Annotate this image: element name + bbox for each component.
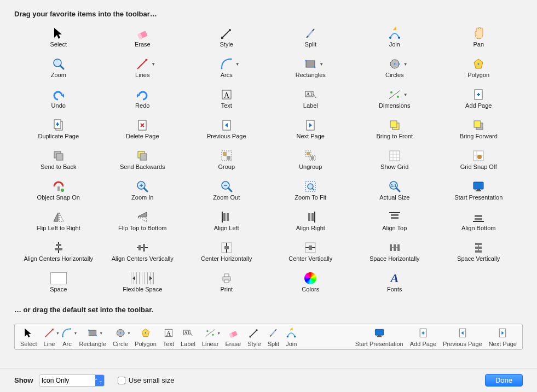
tool-add-page[interactable]: Add Page [437, 85, 521, 112]
label-icon [182, 327, 193, 338]
tool-label: Redo [135, 102, 149, 109]
default-toolbar-set[interactable]: Select▼Line▼Arc▼Rectangle▼CirclePolygonT… [14, 324, 523, 350]
tool-text[interactable]: Text [184, 85, 269, 112]
tool-align-top[interactable]: Align Top [353, 207, 437, 235]
tool-select[interactable]: Select [16, 24, 101, 51]
tool-align-bottom[interactable]: Align Bottom [437, 207, 521, 235]
tool-next-page[interactable]: Next Page [269, 115, 353, 143]
default-tool-rectangles[interactable]: ▼Rectangle [79, 326, 106, 347]
tool-align-right[interactable]: Align Right [269, 207, 353, 235]
tool-actual-size[interactable]: Actual Size [353, 177, 437, 204]
tool-label: Select [50, 41, 67, 48]
tool-dimensions[interactable]: ▼Dimensions [353, 85, 437, 112]
tool-label: Align Top [382, 225, 407, 231]
tool-label: Send Backwards [120, 163, 165, 170]
default-tool-next-page[interactable]: Next Page [489, 326, 517, 347]
use-small-size-option[interactable]: Use small size [118, 376, 175, 384]
default-tool-join[interactable]: Join [286, 326, 297, 347]
use-small-size-checkbox[interactable] [118, 377, 125, 384]
tool-flip-left-to-right[interactable]: Flip Left to Right [16, 207, 101, 235]
tool-duplicate-page[interactable]: Duplicate Page [16, 115, 101, 143]
tool-label: Align Bottom [461, 225, 495, 231]
default-tool-split[interactable]: Split [268, 326, 279, 347]
default-tool-add-page[interactable]: Add Page [410, 326, 436, 347]
tool-label: Colors [302, 286, 319, 292]
tool-fonts[interactable]: AFonts [353, 268, 437, 296]
tool-bring-forward[interactable]: Bring Forward [437, 115, 521, 143]
tool-label[interactable]: Label [269, 85, 353, 112]
tool-label: Previous Page [207, 133, 246, 139]
tool-flip-top-to-bottom[interactable]: Flip Top to Bottom [101, 207, 185, 235]
tool-label: Split [268, 341, 279, 347]
default-tool-label[interactable]: Label [181, 326, 195, 347]
tool-rectangles[interactable]: ▼Rectangles [269, 54, 353, 81]
tool-zoom-in[interactable]: Zoom In [101, 177, 185, 204]
tool-redo[interactable]: Redo [101, 85, 185, 112]
duplicate-page-icon [52, 119, 65, 132]
tool-start-presentation[interactable]: Start Presentation [437, 177, 521, 204]
default-tool-polygon[interactable]: Polygon [135, 326, 157, 347]
tool-align-centers-horizontally[interactable]: Align Centers Horizontally [16, 238, 101, 265]
tool-style[interactable]: Style [184, 24, 269, 51]
tool-grid-snap-off[interactable]: Grid Snap Off [437, 146, 521, 173]
default-tool-select[interactable]: Select [20, 326, 37, 347]
tool-send-to-back[interactable]: Send to Back [16, 146, 101, 173]
tool-join[interactable]: Join [353, 24, 437, 51]
tool-split[interactable]: Split [269, 24, 353, 51]
tool-label: Undo [51, 102, 66, 109]
tool-group[interactable]: Group [184, 146, 269, 173]
tool-previous-page[interactable]: Previous Page [184, 115, 269, 143]
tool-center-vertically[interactable]: Center Vertically [269, 238, 353, 265]
default-tool-erase[interactable]: Erase [226, 326, 241, 347]
tool-align-centers-vertically[interactable]: Align Centers Vertically [101, 238, 185, 265]
tool-lines[interactable]: ▼Lines [101, 54, 185, 81]
tool-label: Style [247, 341, 261, 347]
tool-center-horizontally[interactable]: Center Horizontally [184, 238, 269, 265]
align-right-icon [304, 210, 317, 224]
tool-object-snap-on[interactable]: Object Snap On [16, 177, 101, 204]
tool-pan[interactable]: Pan [437, 24, 521, 51]
tool-erase[interactable]: Erase [101, 24, 185, 51]
tool-colors[interactable]: Colors [269, 268, 353, 296]
dropdown-indicator-icon: ▼ [127, 331, 131, 335]
tool-send-backwards[interactable]: Send Backwards [101, 146, 185, 173]
tool-space-horizontally[interactable]: Space Horizontally [353, 238, 437, 265]
tool-label: Erase [226, 341, 241, 347]
tool-zoom-to-fit[interactable]: Zoom To Fit [269, 177, 353, 204]
tool-arcs[interactable]: ▼Arcs [184, 54, 269, 81]
default-tool-lines[interactable]: ▼Line [44, 326, 55, 347]
tool-circles[interactable]: ▼Circles [353, 54, 437, 81]
tool-label: Align Centers Horizontally [24, 255, 93, 262]
tool-show-grid[interactable]: Show Grid [353, 146, 437, 173]
default-tool-arcs[interactable]: ▼Arc [61, 326, 72, 347]
tool-undo[interactable]: Undo [16, 85, 101, 112]
tool-flexible-space[interactable]: Flexible Space [101, 268, 185, 296]
default-tool-dimensions[interactable]: ▼Linear [202, 326, 219, 347]
tool-polygon[interactable]: Polygon [437, 54, 521, 81]
tool-print[interactable]: Print [184, 268, 269, 296]
tool-label: Align Right [296, 225, 325, 231]
tool-delete-page[interactable]: Delete Page [101, 115, 185, 143]
dropdown-indicator-icon: ▼ [56, 331, 60, 335]
tool-space-vertically[interactable]: Space Vertically [437, 238, 521, 265]
default-tool-previous-page[interactable]: Previous Page [443, 326, 482, 347]
tool-align-left[interactable]: Align Left [184, 207, 269, 235]
join-icon [388, 27, 401, 40]
tool-ungroup[interactable]: Ungroup [269, 146, 353, 173]
default-tool-circles[interactable]: ▼Circle [113, 326, 128, 347]
tool-label: Arcs [221, 72, 233, 78]
default-tool-text[interactable]: Text [163, 326, 174, 347]
done-button[interactable]: Done [485, 374, 523, 387]
tool-bring-to-front[interactable]: Bring to Front [353, 115, 437, 143]
undo-icon [52, 88, 65, 101]
select-icon [52, 27, 65, 40]
tool-label: Polygon [135, 341, 157, 347]
dropdown-indicator-icon: ▼ [99, 331, 103, 335]
tool-zoom-out[interactable]: Zoom Out [184, 177, 269, 204]
tool-space[interactable]: Space [16, 268, 101, 296]
show-mode-select[interactable]: Icon Only [39, 375, 105, 387]
tool-zoom[interactable]: Zoom [16, 54, 101, 81]
default-tool-style[interactable]: Style [247, 326, 261, 347]
default-tool-start-presentation[interactable]: Start Presentation [355, 326, 403, 347]
dropdown-indicator-icon: ▼ [151, 62, 155, 67]
